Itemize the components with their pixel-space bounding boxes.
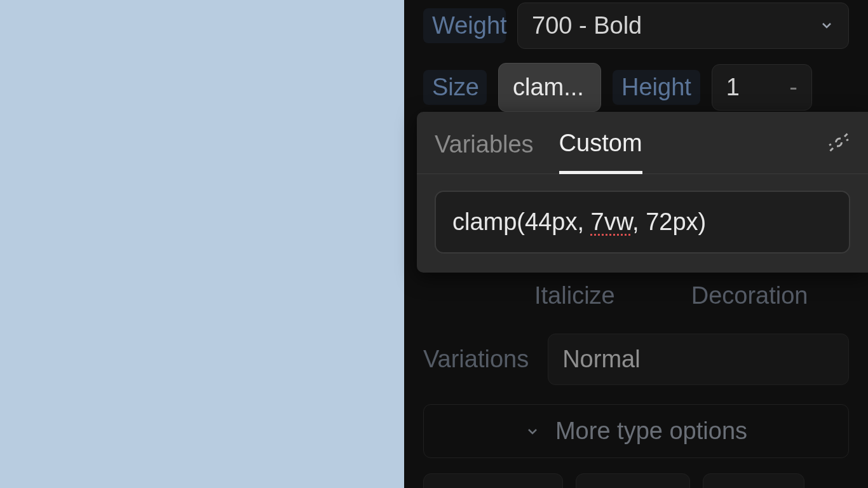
decoration-label: Decoration — [691, 282, 808, 309]
height-value: 1 — [726, 74, 740, 101]
bottom-field-3-value: Autc — [717, 485, 766, 488]
style-panel: Weight 700 - Bold Size clam... Height 1 … — [404, 0, 868, 488]
below-popover-area: Italicize Decoration Variations Normal M… — [404, 273, 868, 488]
weight-value: 700 - Bold — [532, 12, 642, 39]
custom-input-container: clamp(44px, 7vw, 72px) — [417, 174, 868, 273]
height-unit: - — [789, 74, 797, 101]
size-label: Size — [423, 70, 487, 105]
weight-row: Weight 700 - Bold — [404, 0, 868, 51]
height-input[interactable]: 1 - — [712, 64, 812, 111]
weight-label: Weight — [423, 8, 506, 43]
bottom-field-3[interactable]: Autc - — [703, 473, 804, 488]
bottom-field-1-unit: - — [540, 485, 548, 488]
variations-select[interactable]: Normal — [548, 334, 849, 385]
bottom-field-2[interactable]: 0 PX — [576, 473, 690, 488]
italic-deco-labels: Italicize Decoration — [515, 282, 868, 309]
size-input[interactable]: clam... — [498, 63, 601, 112]
bottom-field-2-unit: PX — [643, 485, 675, 488]
custom-value-popover: Variables Custom clamp(44px, 7vw, 72px) — [417, 112, 868, 273]
chevron-down-icon — [819, 18, 834, 33]
bottom-fields-row: Normal - 0 PX Autc - ••• — [404, 458, 868, 488]
unlink-icon[interactable] — [827, 131, 850, 154]
bottom-field-1-value: Normal — [438, 485, 515, 488]
height-label: Height — [613, 70, 700, 105]
size-height-row: Size clam... Height 1 - — [404, 58, 868, 116]
custom-value-input[interactable]: clamp(44px, 7vw, 72px) — [435, 191, 850, 254]
italicize-label: Italicize — [534, 282, 615, 309]
custom-value-suffix: , 72px) — [632, 208, 706, 235]
bottom-field-3-unit: - — [782, 485, 790, 488]
custom-value-spellcheck: 7vw — [591, 208, 632, 235]
variations-row: Variations Normal — [404, 334, 868, 385]
weight-select[interactable]: 700 - Bold — [517, 3, 849, 49]
bottom-field-1[interactable]: Normal - — [423, 473, 563, 488]
tab-custom[interactable]: Custom — [559, 130, 642, 174]
custom-value-prefix: clamp(44px, — [452, 208, 591, 235]
canvas-area[interactable] — [0, 0, 404, 488]
variations-label: Variations — [423, 346, 529, 373]
more-options-label: More type options — [555, 417, 747, 445]
chevron-down-icon — [525, 424, 540, 439]
popover-tabs: Variables Custom — [417, 112, 868, 174]
bottom-field-2-value: 0 — [590, 485, 604, 488]
more-menu-icon[interactable]: ••• — [817, 484, 849, 489]
tab-variables[interactable]: Variables — [435, 131, 534, 172]
more-type-options-toggle[interactable]: More type options — [423, 404, 849, 458]
